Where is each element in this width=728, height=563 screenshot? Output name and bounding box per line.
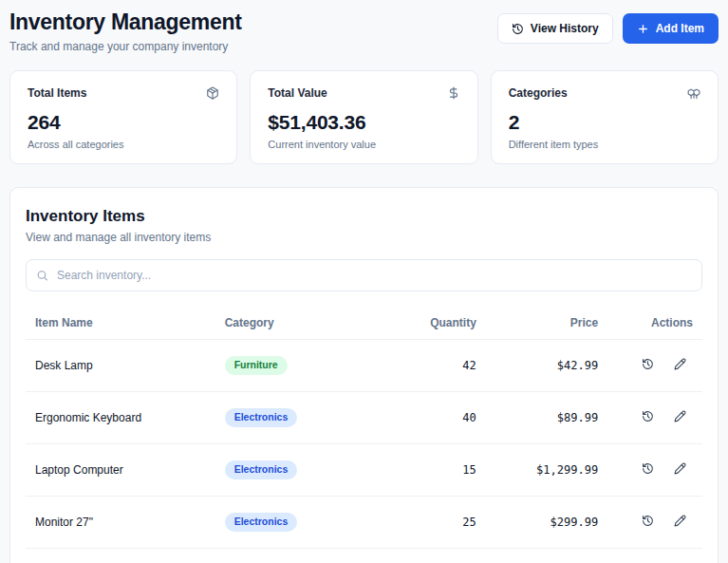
- history-icon: [642, 462, 654, 478]
- stat-label: Categories: [509, 86, 568, 100]
- add-item-label: Add Item: [656, 22, 704, 35]
- column-header-item-name: Item Name: [26, 309, 215, 340]
- item-price: $42.99: [486, 340, 607, 392]
- package-icon: [206, 86, 219, 103]
- row-edit-button[interactable]: [666, 509, 693, 535]
- stat-card-total-value: Total Value $51,403.36 Current inventory…: [250, 70, 477, 164]
- column-header-category: Category: [215, 309, 378, 340]
- table-header-row: Item Name Category Quantity Price Action…: [26, 309, 702, 340]
- row-history-button[interactable]: [634, 509, 661, 535]
- item-name: Laptop Computer: [35, 463, 123, 477]
- column-header-actions: Actions: [607, 309, 702, 340]
- item-price: $299.99: [486, 497, 607, 549]
- add-item-button[interactable]: Add Item: [623, 13, 719, 44]
- table-row: Ergonomic Keyboard Electronics 40 $89.99: [26, 392, 702, 444]
- history-icon: [642, 515, 654, 530]
- stat-caption: Different item types: [509, 139, 700, 150]
- stat-value: $51,403.36: [268, 111, 459, 134]
- page-subtitle: Track and manage your company inventory: [9, 40, 242, 53]
- inventory-page: Inventory Management Track and manage yo…: [0, 0, 728, 563]
- category-badge: Electronics: [225, 460, 298, 479]
- pencil-icon: [674, 410, 686, 425]
- stat-value: 2: [509, 111, 700, 134]
- row-history-button[interactable]: [634, 404, 661, 431]
- stat-caption: Current inventory value: [268, 139, 459, 150]
- item-quantity: 25: [378, 497, 486, 549]
- table-row: Laptop Computer Electronics 15 $1,299.99: [26, 444, 702, 497]
- item-name: Desk Lamp: [35, 359, 93, 372]
- page-title: Inventory Management: [9, 9, 242, 35]
- column-header-price: Price: [486, 309, 607, 340]
- stat-caption: Across all categories: [28, 139, 219, 150]
- header-actions: View History Add Item: [497, 13, 719, 44]
- table-row: Desk Lamp Furniture 42 $42.99: [26, 340, 702, 392]
- view-history-button[interactable]: View History: [497, 13, 613, 44]
- stat-card-categories: Categories 2 Different item types: [491, 70, 719, 164]
- pencil-icon: [674, 358, 686, 373]
- item-price: $1,299.99: [486, 444, 607, 497]
- page-heading-block: Inventory Management Track and manage yo…: [9, 9, 242, 53]
- row-history-button[interactable]: [634, 352, 661, 379]
- item-quantity: 15: [378, 444, 486, 497]
- item-price: $349.99: [486, 549, 607, 563]
- inventory-items-title: Inventory Items: [26, 207, 702, 226]
- item-name: Ergonomic Keyboard: [35, 411, 141, 424]
- category-badge: Electronics: [225, 513, 298, 532]
- history-icon: [512, 23, 524, 35]
- column-header-quantity: Quantity: [378, 309, 486, 340]
- item-name: Monitor 27": [35, 516, 93, 529]
- stat-label: Total Items: [28, 86, 86, 100]
- row-edit-button[interactable]: [666, 457, 693, 483]
- stats-row: Total Items 264 Across all categories To…: [9, 70, 719, 164]
- item-quantity: 40: [378, 392, 486, 444]
- stat-card-total-items: Total Items 264 Across all categories: [9, 70, 237, 164]
- stat-value: 264: [28, 111, 219, 134]
- search-bar: [26, 259, 702, 291]
- row-history-button[interactable]: [634, 457, 661, 483]
- category-badge: Furniture: [225, 356, 288, 375]
- page-header: Inventory Management Track and manage yo…: [9, 9, 719, 53]
- pencil-icon: [674, 462, 686, 478]
- dollar-icon: [447, 86, 460, 103]
- history-icon: [642, 410, 654, 425]
- inventory-items-card: Inventory Items View and manage all inve…: [9, 187, 719, 563]
- inventory-items-subtitle: View and manage all inventory items: [26, 231, 702, 244]
- item-quantity: 30: [378, 549, 486, 563]
- row-edit-button[interactable]: [666, 404, 693, 431]
- history-icon: [642, 358, 654, 373]
- pencil-icon: [674, 515, 686, 530]
- category-badge: Electronics: [225, 408, 298, 427]
- inventory-table: Item Name Category Quantity Price Action…: [26, 309, 702, 563]
- stat-label: Total Value: [268, 86, 327, 100]
- row-edit-button[interactable]: [666, 352, 693, 379]
- plus-icon: [637, 23, 649, 35]
- table-row: Monitor 27" Electronics 25 $299.99: [26, 497, 702, 549]
- item-quantity: 42: [378, 340, 486, 392]
- boxes-icon: [687, 86, 700, 103]
- view-history-label: View History: [531, 22, 599, 35]
- search-input[interactable]: [26, 259, 702, 291]
- item-price: $89.99: [486, 392, 607, 444]
- table-row: Office Chair Furniture 30 $349.99: [26, 549, 702, 563]
